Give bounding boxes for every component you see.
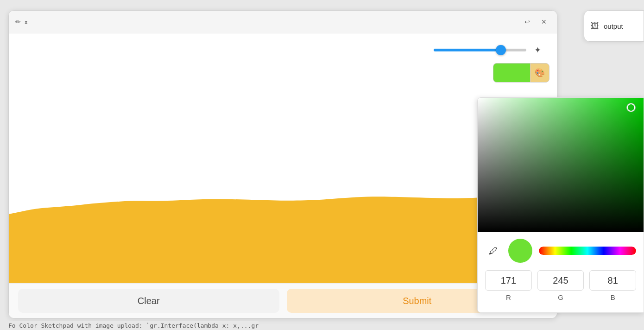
sketchpad-window: ✏ x ↩ ✕ ✦ 🎨 Clear (8, 10, 557, 318)
window-controls: ↩ ✕ (521, 15, 550, 28)
color-picker-panel: 🖊 R G B (477, 97, 644, 313)
clear-button[interactable]: Clear (18, 289, 279, 313)
selected-color-circle (508, 239, 532, 263)
landscape-drawing (9, 146, 557, 283)
edit-icon: ✏ (15, 18, 21, 25)
title-bar: ✏ x ↩ ✕ (9, 11, 557, 33)
r-input-group: R (485, 270, 532, 301)
output-label: output (604, 22, 623, 30)
b-input-group: B (589, 270, 636, 301)
picker-tools-row: 🖊 (485, 239, 636, 263)
b-label: B (611, 293, 615, 301)
toolbar-overlay: ✦ 🎨 (432, 41, 549, 82)
g-label: G (558, 293, 563, 301)
bottom-bar: Clear Submit (9, 283, 557, 318)
brush-size-slider[interactable] (434, 49, 526, 51)
rgb-inputs-row: R G B (485, 270, 636, 301)
output-icon: 🖼 (591, 21, 599, 31)
hue-slider[interactable] (539, 247, 636, 255)
canvas-area[interactable]: ✦ 🎨 (9, 33, 557, 283)
r-label: R (506, 293, 511, 301)
tab-title[interactable]: x (25, 19, 28, 25)
brush-size-row: ✦ (432, 41, 549, 59)
g-input-group: G (537, 270, 584, 301)
color-gradient-picker[interactable] (478, 98, 644, 232)
undo-button[interactable]: ↩ (521, 15, 534, 28)
g-input[interactable] (537, 270, 584, 291)
magic-wand-button[interactable]: ✦ (530, 43, 545, 57)
color-preview[interactable] (493, 63, 530, 82)
close-button[interactable]: ✕ (537, 15, 550, 28)
r-input[interactable] (485, 270, 532, 291)
palette-button[interactable]: 🎨 (530, 63, 549, 82)
b-input[interactable] (589, 270, 636, 291)
hue-slider-container (539, 247, 636, 255)
bottom-text: Fo Color Sketchpad with image upload: `g… (8, 321, 259, 330)
eyedropper-button[interactable]: 🖊 (485, 242, 502, 259)
picker-controls: 🖊 R G B (478, 232, 644, 312)
color-selector-row: 🎨 (493, 63, 549, 82)
output-panel: 🖼 output (584, 10, 644, 42)
picker-cursor (627, 103, 635, 112)
